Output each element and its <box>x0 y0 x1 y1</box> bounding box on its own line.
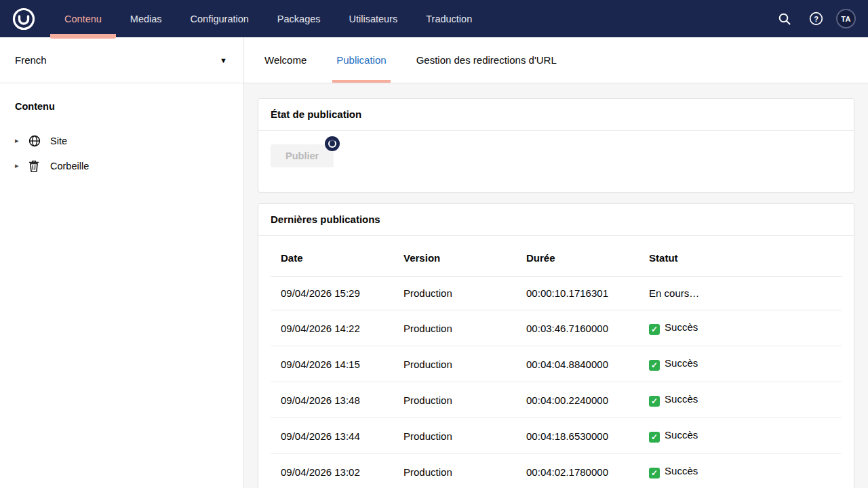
cell-status: ✓Succès <box>639 454 842 488</box>
nav-item-configuration[interactable]: Configuration <box>176 0 263 37</box>
cell-duration: 00:04:18.6530000 <box>516 418 639 454</box>
tree-item-corbeille[interactable]: ▸ Corbeille <box>15 153 229 178</box>
nav-item-contenu[interactable]: Contenu <box>50 0 116 37</box>
column-header-duration: Durée <box>516 236 639 277</box>
status-text: Succès <box>665 357 698 369</box>
cell-status: ✓Succès <box>639 418 842 454</box>
nav-item-traduction[interactable]: Traduction <box>412 0 486 37</box>
publish-button[interactable]: Publier <box>271 144 334 167</box>
cell-date: 09/04/2026 14:22 <box>271 310 393 346</box>
cell-version: Production <box>393 454 516 488</box>
publish-status-card: État de publication Publier <box>258 98 854 192</box>
cell-status: ✓Succès <box>639 310 842 346</box>
chevron-down-icon: ▼ <box>220 56 227 64</box>
success-check-icon: ✓ <box>649 468 660 479</box>
success-check-icon: ✓ <box>649 360 660 371</box>
help-icon[interactable]: ? <box>805 8 827 30</box>
cell-date: 09/04/2026 14:15 <box>271 346 393 382</box>
publications-card-title: Dernières publications <box>271 214 380 225</box>
cell-date: 09/04/2026 13:44 <box>271 418 393 454</box>
cell-version: Production <box>393 277 516 310</box>
table-header-row: Date Version Durée Statut <box>271 236 842 277</box>
status-text: En cours… <box>649 287 699 299</box>
table-row: 09/04/2026 14:22Production00:03:46.71600… <box>271 310 842 346</box>
top-navigation: Contenu Medias Configuration Packages Ut… <box>0 0 868 37</box>
table-row: 09/04/2026 13:44Production00:04:18.65300… <box>271 418 842 454</box>
cell-date: 09/04/2026 13:02 <box>271 454 393 488</box>
tab-publication[interactable]: Publication <box>332 37 390 83</box>
cell-duration: 00:04:04.8840000 <box>516 346 639 382</box>
success-check-icon: ✓ <box>649 396 660 407</box>
language-label: French <box>15 54 47 66</box>
search-icon[interactable] <box>774 8 795 30</box>
status-text: Succès <box>665 429 698 441</box>
table-row: 09/04/2026 15:29Production00:00:10.17163… <box>271 277 842 310</box>
tab-welcome[interactable]: Welcome <box>260 37 311 83</box>
status-text: Succès <box>665 393 698 405</box>
user-avatar[interactable]: TA <box>836 9 856 28</box>
publications-card-header: Dernières publications <box>258 204 854 236</box>
globe-icon <box>28 135 46 147</box>
publications-card: Dernières publications Date Version Duré… <box>258 203 854 488</box>
cell-status: ✓Succès <box>639 382 842 418</box>
status-text: Succès <box>665 321 698 333</box>
nav-item-utilisateurs[interactable]: Utilisateurs <box>335 0 412 37</box>
cell-date: 09/04/2026 13:48 <box>271 382 393 418</box>
nav-item-packages[interactable]: Packages <box>263 0 335 37</box>
publications-table: Date Version Durée Statut 09/04/2026 15:… <box>271 236 842 488</box>
topnav-right-actions: ? TA <box>774 8 856 30</box>
success-check-icon: ✓ <box>649 432 660 443</box>
svg-text:?: ? <box>814 15 818 23</box>
table-row: 09/04/2026 13:48Production00:04:00.22400… <box>271 382 842 418</box>
cell-date: 09/04/2026 15:29 <box>271 277 393 310</box>
cell-status: En cours… <box>639 277 842 310</box>
cell-version: Production <box>393 418 516 454</box>
table-row: 09/04/2026 14:15Production00:04:04.88400… <box>271 346 842 382</box>
expand-caret-icon[interactable]: ▸ <box>15 161 28 170</box>
publish-card-header: État de publication <box>258 99 854 131</box>
tree-item-label: Corbeille <box>46 161 89 171</box>
sidebar-section-title: Contenu <box>15 101 229 112</box>
column-header-version: Version <box>393 236 516 277</box>
table-row: 09/04/2026 13:02Production00:04:02.17800… <box>271 454 842 488</box>
column-header-status: Statut <box>639 236 842 277</box>
content-tabs: Welcome Publication Gestion des redirect… <box>244 37 868 83</box>
tree-item-label: Site <box>46 136 67 146</box>
loading-spinner-icon <box>325 136 340 151</box>
column-header-date: Date <box>271 236 393 277</box>
success-check-icon: ✓ <box>649 324 660 335</box>
publish-card-title: État de publication <box>271 108 361 120</box>
language-selector[interactable]: French ▼ <box>0 37 243 83</box>
main-panel: Welcome Publication Gestion des redirect… <box>244 37 868 488</box>
umbraco-logo-icon[interactable] <box>12 7 35 30</box>
status-text: Succès <box>665 465 698 476</box>
trash-icon <box>28 160 46 172</box>
tab-url-redirects[interactable]: Gestion des redirections d'URL <box>412 37 561 83</box>
cell-duration: 00:04:02.1780000 <box>516 454 639 488</box>
nav-item-medias[interactable]: Medias <box>116 0 176 37</box>
tree-item-site[interactable]: ▸ Site <box>15 128 229 153</box>
publications-table-body: 09/04/2026 15:29Production00:00:10.17163… <box>271 277 842 488</box>
cell-duration: 00:00:10.1716301 <box>516 277 639 310</box>
section-menu: Contenu Medias Configuration Packages Ut… <box>50 0 486 37</box>
cell-version: Production <box>393 310 516 346</box>
cell-duration: 00:04:00.2240000 <box>516 382 639 418</box>
cell-version: Production <box>393 346 516 382</box>
tab-content-area: État de publication Publier Dernières pu… <box>244 83 868 488</box>
cell-status: ✓Succès <box>639 346 842 382</box>
expand-caret-icon[interactable]: ▸ <box>15 136 28 145</box>
cell-version: Production <box>393 382 516 418</box>
cell-duration: 00:03:46.7160000 <box>516 310 639 346</box>
content-tree-sidebar: French ▼ Contenu ▸ Site ▸ <box>0 37 244 488</box>
